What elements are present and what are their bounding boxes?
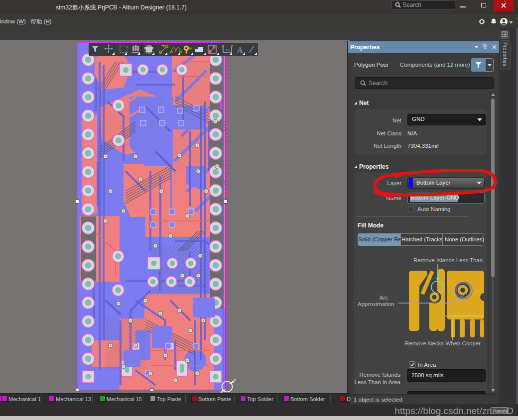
svg-text:Arc: Arc [380,295,388,301]
svg-text:Remove Islands Less Than: Remove Islands Less Than [413,257,483,263]
svg-text:10: 10 [226,48,230,52]
svg-text:Approximation: Approximation [358,301,394,307]
svg-text:Remove Necks When Cooper: Remove Necks When Cooper [405,340,481,346]
svg-text:A: A [237,46,243,54]
